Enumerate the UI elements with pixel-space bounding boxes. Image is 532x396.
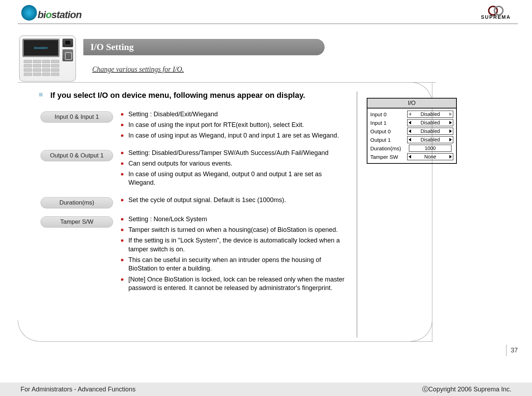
bullets-output: Setting: Disabled/Duress/Tamper SW/Auth … <box>121 149 348 189</box>
panel-corner <box>18 320 39 341</box>
footer-left: For Administrators - Advanced Functions <box>21 386 135 393</box>
io-panel-body: Input 0 Disabled Input 1 Disabled Output… <box>367 108 456 163</box>
io-row-input1: Input 1 Disabled <box>370 119 453 126</box>
red-bullet-icon <box>121 218 123 221</box>
device-screen-text: biostation <box>34 46 48 50</box>
device-fingerprint-icon <box>62 49 73 61</box>
bullet-text: Setting: Disabled/Duress/Tamper SW/Auth … <box>128 149 328 157</box>
biostation-logo-text: biostation <box>38 9 82 21</box>
io-row-output0: Output 0 Disabled <box>370 128 453 135</box>
io-selector-input1[interactable]: Disabled <box>407 119 453 126</box>
page-header: biostation SUPREMA <box>0 0 532 23</box>
bullet-text: Tamper switch is turned on when a housin… <box>128 225 338 234</box>
section-input: Input 0 & Input 1 Setting : Disabled/Exi… <box>40 110 348 142</box>
biostation-logo: biostation <box>21 5 82 21</box>
bullet-text: Set the cycle of output signal. Default … <box>128 196 286 204</box>
io-selector-output0[interactable]: Disabled <box>407 128 453 135</box>
red-bullet-icon <box>121 199 123 201</box>
pill-duration: Duration(ms) <box>40 197 113 208</box>
arrow-left-icon[interactable] <box>409 112 411 116</box>
page-number-value: 37 <box>511 347 518 354</box>
section-duration: Duration(ms) Set the cycle of output sig… <box>40 196 348 208</box>
bullet-text: Can send outputs for various events. <box>128 159 232 168</box>
page-title-band: I/O Setting <box>83 39 325 55</box>
red-bullet-icon <box>121 173 123 175</box>
io-selector-input0[interactable]: Disabled <box>407 111 453 118</box>
io-label: Output 0 <box>370 128 405 134</box>
logo-text-prefix: bi <box>38 9 46 20</box>
io-value: 1000 <box>425 145 436 151</box>
red-bullet-icon <box>121 239 123 242</box>
arrow-right-icon[interactable] <box>449 129 452 133</box>
io-row-tamper: Tamper SW None <box>370 153 453 160</box>
bullet-text: If the setting is in "Lock System", the … <box>128 236 348 253</box>
red-bullet-icon <box>121 278 123 281</box>
device-keypad <box>24 60 59 76</box>
io-label: Tamper SW <box>370 154 405 160</box>
arrow-left-icon[interactable] <box>409 129 411 133</box>
io-label: Output 1 <box>370 137 405 143</box>
suprema-logo-text: SUPREMA <box>481 14 511 20</box>
red-bullet-icon <box>121 162 123 165</box>
arrow-right-icon[interactable] <box>449 121 452 124</box>
bullet-text: [Note] Once BioStation is locked, lock c… <box>128 275 348 292</box>
logo-text-green: o <box>46 9 51 20</box>
content-area: If you select I/O on device menu, follow… <box>39 90 348 301</box>
bullet-text: Setting : Disabled/Exit/Wiegand <box>128 110 218 118</box>
bullet-text: In case of using input as Wiegand, input… <box>128 131 339 140</box>
header-divider <box>18 23 518 24</box>
arrow-left-icon[interactable] <box>409 155 411 158</box>
arrow-left-icon[interactable] <box>409 121 411 124</box>
bullets-input: Setting : Disabled/Exit/Wiegand In case … <box>121 110 348 142</box>
main-heading-row: If you select I/O on device menu, follow… <box>39 90 348 101</box>
io-selector-output1[interactable]: Disabled <box>407 136 453 143</box>
suprema-infinity-icon <box>488 6 504 13</box>
bullets-tamper: Setting : None/Lock System Tamper switch… <box>121 215 348 294</box>
panel-border <box>18 82 436 83</box>
io-label: Input 0 <box>370 111 405 117</box>
io-value: Disabled <box>421 137 440 143</box>
pill-output: Output 0 & Output 1 <box>40 150 113 161</box>
biostation-swirl-icon <box>21 5 37 21</box>
io-screen-mockup: I/O Input 0 Disabled Input 1 Disabled Ou… <box>367 98 457 164</box>
red-bullet-icon <box>121 124 123 126</box>
page-number: 37 <box>506 345 518 356</box>
panel-border <box>39 341 433 342</box>
io-label: Input 1 <box>370 120 405 126</box>
io-value: Disabled <box>421 120 440 126</box>
io-number-duration[interactable]: 1000 <box>409 145 451 152</box>
arrow-right-icon[interactable] <box>449 112 452 116</box>
bullet-text: In case of using the input port for RTE(… <box>128 121 304 129</box>
arrow-left-icon[interactable] <box>409 138 411 141</box>
io-row-input0: Input 0 Disabled <box>370 111 453 118</box>
red-bullet-icon <box>121 134 123 137</box>
pill-input: Input 0 & Input 1 <box>40 111 113 123</box>
section-output: Output 0 & Output 1 Setting: Disabled/Du… <box>40 149 348 189</box>
device-screen: biostation <box>22 39 60 57</box>
section-tamper: Tamper S/W Setting : None/Lock System Ta… <box>40 215 348 294</box>
pill-tamper: Tamper S/W <box>40 216 113 228</box>
arrow-right-icon[interactable] <box>449 138 452 141</box>
red-bullet-icon <box>121 152 123 154</box>
arrow-right-icon[interactable] <box>449 155 452 158</box>
vertical-divider <box>357 91 357 338</box>
io-row-duration: Duration(ms) 1000 <box>370 145 453 152</box>
device-camera-icon <box>62 39 73 47</box>
panel-corner <box>411 320 432 341</box>
red-bullet-icon <box>121 229 123 231</box>
bullet-text: In case of using output as Wiegand, outp… <box>128 170 348 187</box>
footer-right: ⓒCopyright 2006 Suprema Inc. <box>422 385 511 394</box>
device-illustration: biostation <box>19 35 76 82</box>
io-selector-tamper[interactable]: None <box>407 153 453 160</box>
bullet-text: Setting : None/Lock System <box>128 215 207 223</box>
main-heading-text: If you select I/O on device menu, follow… <box>50 90 305 101</box>
io-panel-title: I/O <box>367 99 456 108</box>
io-value: None <box>424 154 436 160</box>
page-subtitle: Change various settings for I/O. <box>92 65 184 73</box>
io-row-output1: Output 1 Disabled <box>370 136 453 143</box>
bullets-duration: Set the cycle of output signal. Default … <box>121 196 348 208</box>
bullet-text: This can be useful in security when an i… <box>128 256 348 273</box>
logo-text-suffix: station <box>51 9 82 20</box>
io-value: Disabled <box>421 128 440 134</box>
red-bullet-icon <box>121 259 123 261</box>
